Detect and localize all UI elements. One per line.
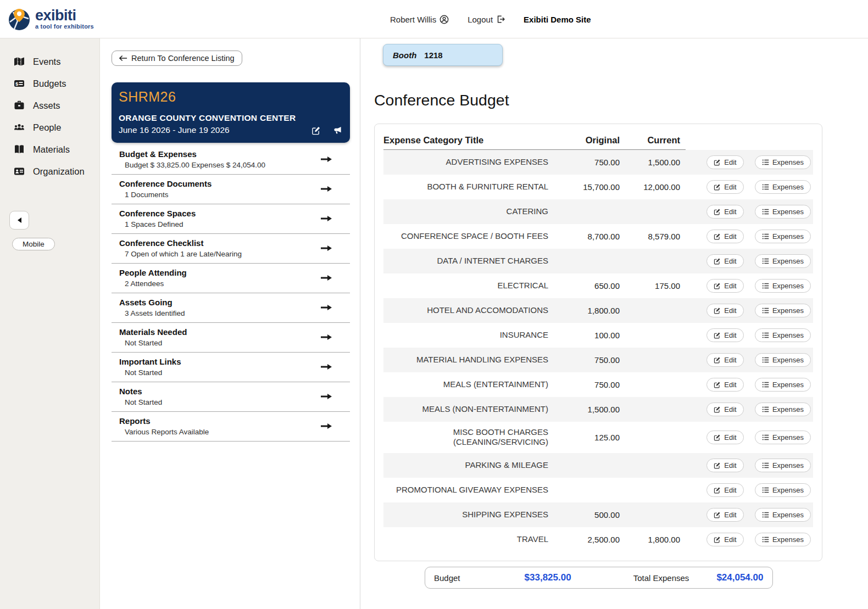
expenses-button[interactable]: Expenses [755, 254, 811, 268]
people-icon [14, 122, 25, 133]
conference-section-item[interactable]: Important Links Not Started [112, 353, 350, 382]
conference-section-item[interactable]: Conference Spaces 1 Spaces Defined [112, 204, 350, 234]
edit-button[interactable]: Edit [706, 328, 743, 342]
edit-button[interactable]: Edit [706, 304, 743, 317]
edit-button[interactable]: Edit [706, 459, 743, 472]
expenses-button[interactable]: Expenses [755, 279, 811, 293]
announce-megaphone-button[interactable] [333, 126, 342, 135]
expenses-button-label: Expenses [772, 208, 804, 216]
edit-conference-button[interactable] [311, 126, 321, 135]
app-logo[interactable]: exibiti a tool for exhibitors [0, 8, 94, 31]
expenses-button[interactable]: Expenses [755, 403, 811, 416]
edit-button[interactable]: Edit [706, 508, 743, 522]
expenses-button[interactable]: Expenses [755, 533, 811, 546]
expense-category: SHIPPING EXPENSES [383, 502, 548, 527]
conference-section-item[interactable]: Materials Needed Not Started [112, 323, 350, 353]
arrow-right-icon[interactable] [320, 273, 332, 282]
expenses-button[interactable]: Expenses [755, 328, 811, 342]
site-name: Exibiti Demo Site [524, 15, 591, 24]
conference-section-item[interactable]: People Attending 2 Attendees [112, 264, 350, 293]
arrow-right-icon[interactable] [320, 362, 332, 371]
edit-button[interactable]: Edit [706, 254, 743, 268]
expense-category: MATERIAL HANDLING EXPENSES [383, 348, 548, 372]
section-title: Budget & Expenses [119, 149, 320, 159]
booth-badge[interactable]: Booth 1218 [383, 44, 503, 66]
arrow-right-icon[interactable] [320, 155, 332, 164]
expenses-button[interactable]: Expenses [755, 180, 811, 194]
conference-section-item[interactable]: Conference Documents 1 Documents [112, 175, 350, 204]
edit-button[interactable]: Edit [706, 431, 743, 444]
conference-section-item[interactable]: Notes Not Started [112, 382, 350, 412]
expenses-button[interactable]: Expenses [755, 483, 811, 497]
edit-button[interactable]: Edit [706, 279, 743, 293]
sidebar-collapse-button[interactable] [9, 211, 29, 230]
expenses-button[interactable]: Expenses [755, 205, 811, 219]
expenses-button[interactable]: Expenses [755, 230, 811, 243]
col-header-current: Current [625, 131, 686, 150]
expenses-button[interactable]: Expenses [755, 304, 811, 317]
arrow-right-icon[interactable] [320, 392, 332, 401]
edit-button[interactable]: Edit [706, 180, 743, 194]
list-icon [762, 307, 769, 314]
current-amount: 8,579.00 [625, 224, 686, 249]
logout-button[interactable]: Logout [468, 15, 505, 24]
arrow-right-icon[interactable] [320, 303, 332, 312]
arrow-right-icon[interactable] [320, 214, 332, 223]
conference-section-item[interactable]: Conference Checklist 7 Open of which 1 a… [112, 234, 350, 264]
edit-button[interactable]: Edit [706, 378, 743, 392]
section-title: Materials Needed [119, 327, 320, 337]
edit-button[interactable]: Edit [706, 155, 743, 169]
mobile-button[interactable]: Mobile [12, 238, 55, 250]
current-amount: 1,500.00 [625, 150, 686, 175]
conference-section-item[interactable]: Budget & Expenses Budget $ 33,825.00 Exp… [112, 145, 350, 175]
edit-button[interactable]: Edit [706, 403, 743, 416]
sidebar: Events $ Budgets Assets People Materials [0, 38, 100, 609]
expenses-button[interactable]: Expenses [755, 459, 811, 472]
list-icon [762, 511, 769, 518]
conference-section-item[interactable]: Reports Various Reports Available [112, 412, 350, 442]
sidebar-item-materials[interactable]: Materials [0, 138, 99, 160]
expenses-button[interactable]: Expenses [755, 378, 811, 392]
arrow-right-icon[interactable] [320, 422, 332, 431]
current-amount [625, 397, 686, 422]
expense-category: TRAVEL [383, 527, 548, 552]
arrow-right-icon[interactable] [320, 333, 332, 342]
edit-button[interactable]: Edit [706, 353, 743, 367]
expense-category: ADVERTISING EXPENSES [383, 150, 548, 175]
edit-button[interactable]: Edit [706, 533, 743, 546]
conference-section-item[interactable]: Assets Going 3 Assets Identified [112, 293, 350, 323]
edit-button[interactable]: Edit [706, 483, 743, 497]
sidebar-item-organization[interactable]: Organization [0, 160, 99, 182]
expenses-button[interactable]: Expenses [755, 155, 811, 169]
edit-button-label: Edit [724, 257, 736, 265]
original-amount: 2,500.00 [548, 527, 625, 552]
sidebar-item-assets[interactable]: Assets [0, 94, 99, 116]
col-header-category: Expense Category Title [383, 131, 548, 150]
table-row: PROMOTIONAL GIVEAWAY EXPENSES Edit [383, 478, 813, 502]
list-icon [762, 159, 769, 166]
edit-button[interactable]: Edit [706, 230, 743, 243]
section-title: Assets Going [119, 298, 320, 307]
current-amount: 1,800.00 [625, 527, 686, 552]
sidebar-item-people[interactable]: People [0, 116, 99, 138]
expense-category: MEALS (ENTERTAINMENT) [383, 372, 548, 397]
expenses-button[interactable]: Expenses [755, 353, 811, 367]
section-subtitle: 2 Attendees [125, 280, 320, 288]
user-menu-button[interactable]: Robert Willis [390, 15, 449, 24]
expenses-button[interactable]: Expenses [755, 508, 811, 522]
list-icon [762, 434, 769, 441]
table-row: MEALS (ENTERTAINMENT) 750.00 Edit [383, 372, 813, 397]
arrow-right-icon[interactable] [320, 185, 332, 193]
expenses-button[interactable]: Expenses [755, 431, 811, 444]
arrow-right-icon[interactable] [320, 244, 332, 253]
sidebar-item-label: Budgets [33, 79, 66, 89]
list-icon [762, 258, 769, 265]
original-amount: 750.00 [548, 372, 625, 397]
sidebar-item-events[interactable]: Events [0, 51, 99, 72]
edit-button[interactable]: Edit [706, 205, 743, 219]
sidebar-item-budgets[interactable]: $ Budgets [0, 72, 99, 94]
return-to-listing-button[interactable]: Return To Conference Listing [112, 51, 242, 66]
current-amount [625, 422, 686, 454]
edit-button-label: Edit [724, 405, 736, 414]
original-amount: 100.00 [548, 323, 625, 348]
